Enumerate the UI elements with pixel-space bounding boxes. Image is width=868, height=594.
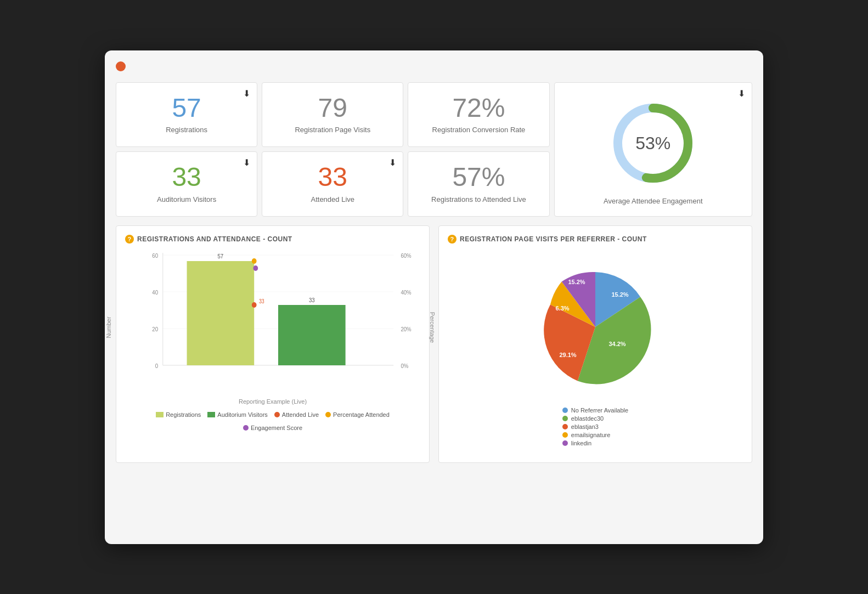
- svg-text:0: 0: [155, 363, 159, 369]
- conversion-rate-label: Registration Conversion Rate: [417, 126, 540, 134]
- bar-auditorium: [278, 305, 346, 365]
- charts-row: ? REGISTRATIONS AND ATTENDANCE - COUNT N…: [116, 225, 752, 463]
- legend-dot-emailsig: [562, 432, 568, 438]
- pie-legend: No Referrer Available eblastdec30 eblast…: [562, 407, 628, 448]
- page-visits-card: 79 Registration Page Visits: [262, 82, 403, 148]
- svg-text:60: 60: [152, 252, 158, 259]
- svg-text:20: 20: [152, 326, 158, 332]
- bar-chart-area: 0 20 40 60 0% 20% 40% 60%: [158, 250, 398, 382]
- legend-attended-live: Attended Live: [274, 411, 319, 418]
- bar-chart-card: ? REGISTRATIONS AND ATTENDANCE - COUNT N…: [116, 225, 430, 463]
- svg-text:34.2%: 34.2%: [608, 341, 625, 347]
- engagement-score-dot: [253, 265, 258, 271]
- auditorium-label: Auditorium Visitors: [125, 195, 248, 203]
- attended-live-value: 33: [271, 163, 394, 192]
- y-axis-right-label: Percentage: [429, 312, 436, 342]
- legend-color-engagement: [243, 425, 249, 431]
- download-icon-registrations[interactable]: ⬇: [243, 88, 250, 99]
- svg-text:20%: 20%: [401, 326, 411, 332]
- reg-to-attended-card: 57% Registrations to Attended Live: [408, 151, 549, 217]
- pie-chart-title: ? REGISTRATION PAGE VISITS PER REFERRER …: [448, 235, 743, 244]
- legend-eblastjan3: eblastjan3: [562, 423, 628, 430]
- engagement-card: ⬇ 53% Average Attendee Engagement: [554, 82, 752, 217]
- legend-registrations: Registrations: [156, 411, 201, 418]
- pie-chart-help-icon[interactable]: ?: [448, 235, 456, 244]
- legend-no-referrer: No Referrer Available: [562, 407, 628, 414]
- pie-svg: 15.2% 34.2% 29.1% 6.3% 15.2%: [524, 256, 667, 398]
- conversion-rate-value: 72%: [417, 94, 540, 123]
- y-axis-label: Number: [105, 316, 112, 338]
- legend-engagement: Engagement Score: [243, 425, 302, 431]
- page-visits-label: Registration Page Visits: [271, 126, 394, 134]
- svg-text:40%: 40%: [401, 289, 411, 296]
- svg-text:15.2%: 15.2%: [568, 279, 585, 285]
- legend-linkedin: linkedin: [562, 440, 628, 446]
- donut-value: 53%: [635, 133, 670, 153]
- legend-dot-no-referrer: [562, 408, 568, 413]
- legend-color-registrations: [156, 412, 164, 417]
- download-icon-attended[interactable]: ⬇: [389, 157, 396, 168]
- svg-text:57: 57: [218, 253, 224, 259]
- legend-color-attended: [274, 412, 280, 417]
- svg-text:40: 40: [152, 289, 158, 296]
- svg-text:0%: 0%: [401, 363, 408, 369]
- page-visits-value: 79: [271, 94, 394, 123]
- legend-eblastdec30: eblastdec30: [562, 415, 628, 422]
- legend-dot-eblastjan3: [562, 424, 568, 429]
- main-window: ⬇ 57 Registrations 79 Registration Page …: [105, 50, 763, 544]
- x-axis-label: Reporting Example (Live): [125, 398, 420, 405]
- download-icon-auditorium[interactable]: ⬇: [243, 157, 250, 168]
- bar-chart-title: ? REGISTRATIONS AND ATTENDANCE - COUNT: [125, 235, 420, 244]
- attended-live-dot: [252, 302, 257, 308]
- reg-to-attended-label: Registrations to Attended Live: [417, 195, 540, 203]
- legend-dot-eblastdec30: [562, 416, 568, 421]
- svg-text:6.3%: 6.3%: [555, 305, 569, 312]
- pie-chart-area: 15.2% 34.2% 29.1% 6.3% 15.2% No Referrer…: [448, 250, 743, 454]
- svg-text:29.1%: 29.1%: [559, 352, 576, 358]
- legend-color-auditorium: [207, 412, 215, 417]
- titlebar: [116, 61, 752, 71]
- svg-text:15.2%: 15.2%: [611, 291, 628, 298]
- donut-chart: 53%: [609, 99, 697, 187]
- svg-text:33: 33: [309, 297, 315, 303]
- legend-pct-attended: Percentage Attended: [325, 411, 390, 418]
- attended-live-card: ⬇ 33 Attended Live: [262, 151, 403, 217]
- legend-auditorium: Auditorium Visitors: [207, 411, 268, 418]
- bar-chart-help-icon[interactable]: ?: [125, 235, 134, 244]
- attended-live-label: Attended Live: [271, 195, 394, 203]
- conversion-rate-card: 72% Registration Conversion Rate: [408, 82, 549, 148]
- registrations-value: 57: [125, 94, 248, 123]
- auditorium-value: 33: [125, 163, 248, 192]
- engagement-label: Average Attendee Engagement: [604, 197, 702, 205]
- bar-chart-legend: Registrations Auditorium Visitors Attend…: [125, 411, 420, 431]
- close-button[interactable]: [116, 61, 126, 71]
- auditorium-card: ⬇ 33 Auditorium Visitors: [116, 151, 257, 217]
- pie-chart-card: ? REGISTRATION PAGE VISITS PER REFERRER …: [438, 225, 752, 463]
- legend-emailsig: emailsignature: [562, 432, 628, 438]
- reg-to-attended-value: 57%: [417, 163, 540, 192]
- svg-text:60%: 60%: [401, 252, 411, 259]
- registrations-label: Registrations: [125, 126, 248, 134]
- legend-dot-linkedin: [562, 440, 568, 446]
- bar-registrations: [187, 261, 255, 365]
- download-icon-engagement[interactable]: ⬇: [738, 88, 745, 99]
- percentage-attended-dot: [252, 258, 257, 264]
- stats-grid: ⬇ 57 Registrations 79 Registration Page …: [116, 82, 752, 217]
- legend-color-pct: [325, 412, 331, 417]
- registrations-card: ⬇ 57 Registrations: [116, 82, 257, 148]
- svg-text:33: 33: [259, 298, 264, 304]
